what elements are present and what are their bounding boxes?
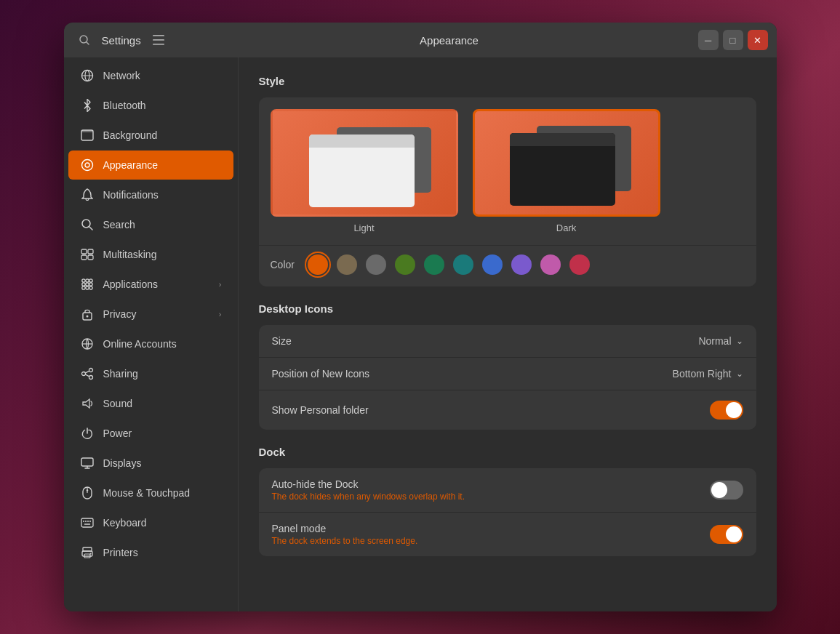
svg-point-20 bbox=[81, 283, 84, 286]
search-button[interactable] bbox=[73, 28, 96, 52]
desktop-icons-card: Size Normal ⌄ Position of New Icons Bott… bbox=[259, 325, 756, 430]
sidebar-label-power: Power bbox=[103, 428, 222, 439]
sidebar-item-displays[interactable]: Displays bbox=[68, 449, 233, 478]
size-value[interactable]: Normal ⌄ bbox=[698, 335, 743, 347]
svg-rect-2 bbox=[153, 35, 164, 36]
sidebar-item-power[interactable]: Power bbox=[68, 419, 233, 448]
sidebar-item-mouse-touchpad[interactable]: Mouse & Touchpad bbox=[68, 478, 233, 507]
color-dot-red[interactable] bbox=[569, 254, 590, 275]
printers-icon bbox=[80, 545, 95, 560]
panel-mode-toggle-knob bbox=[726, 526, 742, 542]
autohide-toggle-knob bbox=[711, 482, 727, 498]
position-value[interactable]: Bottom Right ⌄ bbox=[673, 368, 743, 380]
power-icon bbox=[80, 426, 95, 441]
titlebar: Settings Appearance ─ □ ✕ bbox=[64, 23, 777, 57]
content-area: NetworkBluetoothBackgroundAppearanceNoti… bbox=[64, 57, 777, 611]
personal-folder-toggle[interactable] bbox=[710, 401, 743, 420]
sidebar-item-online-accounts[interactable]: Online Accounts bbox=[68, 329, 233, 358]
sidebar-item-search[interactable]: Search bbox=[68, 210, 233, 239]
style-option-dark[interactable]: Dark bbox=[473, 109, 660, 233]
online-accounts-icon bbox=[80, 337, 95, 351]
sidebar-item-appearance[interactable]: Appearance bbox=[68, 151, 233, 180]
maximize-button[interactable]: □ bbox=[723, 30, 743, 50]
sidebar-label-sound: Sound bbox=[103, 398, 222, 409]
color-dot-teal-dark[interactable] bbox=[424, 254, 444, 275]
sharing-icon bbox=[80, 366, 95, 381]
color-dot-gray[interactable] bbox=[366, 254, 386, 275]
titlebar-left: Settings bbox=[73, 28, 218, 52]
svg-point-18 bbox=[85, 279, 88, 282]
settings-window: Settings Appearance ─ □ ✕ NetworkBluetoo… bbox=[64, 23, 777, 611]
minimize-button[interactable]: ─ bbox=[698, 30, 719, 50]
dock-card: Auto-hide the Dock The dock hides when a… bbox=[259, 468, 756, 556]
sidebar: NetworkBluetoothBackgroundAppearanceNoti… bbox=[64, 57, 239, 611]
svg-point-29 bbox=[81, 372, 85, 376]
sidebar-item-keyboard[interactable]: Keyboard bbox=[68, 508, 233, 537]
search-icon bbox=[80, 217, 95, 232]
style-option-light[interactable]: Light bbox=[271, 109, 458, 233]
appearance-icon bbox=[80, 158, 95, 172]
svg-rect-38 bbox=[81, 518, 93, 527]
sidebar-label-background: Background bbox=[103, 129, 222, 141]
sidebar-label-online-accounts: Online Accounts bbox=[103, 338, 222, 350]
sidebar-item-applications[interactable]: Applications› bbox=[68, 270, 233, 299]
svg-point-27 bbox=[86, 316, 88, 318]
sidebar-item-network[interactable]: Network bbox=[68, 61, 233, 90]
sidebar-item-notifications[interactable]: Notifications bbox=[68, 180, 233, 209]
svg-point-47 bbox=[89, 553, 91, 555]
sidebar-label-notifications: Notifications bbox=[103, 189, 222, 201]
sidebar-label-bluetooth: Bluetooth bbox=[103, 100, 222, 111]
privacy-chevron-icon: › bbox=[219, 310, 222, 318]
sidebar-item-bluetooth[interactable]: Bluetooth bbox=[68, 91, 233, 120]
bluetooth-icon bbox=[80, 98, 95, 113]
keyboard-icon bbox=[80, 515, 95, 530]
svg-rect-3 bbox=[153, 39, 164, 41]
size-chevron-icon: ⌄ bbox=[736, 336, 743, 346]
autohide-sublabel: The dock hides when any windows overlap … bbox=[272, 491, 465, 502]
style-section-title: Style bbox=[259, 75, 756, 87]
color-dot-purple[interactable] bbox=[511, 254, 532, 275]
personal-folder-toggle-knob bbox=[726, 402, 742, 418]
mouse-touchpad-icon bbox=[80, 486, 95, 500]
autohide-row: Auto-hide the Dock The dock hides when a… bbox=[259, 468, 756, 513]
sidebar-label-search: Search bbox=[103, 219, 222, 230]
svg-rect-8 bbox=[81, 130, 93, 132]
color-label: Color bbox=[271, 259, 295, 270]
style-preview-dark bbox=[473, 109, 660, 217]
desktop-icons-title: Desktop Icons bbox=[259, 302, 756, 315]
sidebar-item-background[interactable]: Background bbox=[68, 121, 233, 150]
svg-point-28 bbox=[89, 369, 92, 372]
main-content: Style Light bbox=[239, 57, 777, 611]
color-dot-pink[interactable] bbox=[540, 254, 561, 275]
color-dot-green[interactable] bbox=[395, 254, 415, 275]
sidebar-item-privacy[interactable]: Privacy› bbox=[68, 300, 233, 329]
svg-point-19 bbox=[89, 279, 92, 282]
network-icon bbox=[80, 68, 95, 83]
color-dot-blue[interactable] bbox=[482, 254, 503, 275]
background-icon bbox=[80, 128, 95, 143]
sidebar-item-printers[interactable]: Printers bbox=[68, 538, 233, 567]
color-dot-tan[interactable] bbox=[337, 254, 357, 275]
position-chevron-icon: ⌄ bbox=[736, 369, 743, 379]
svg-point-30 bbox=[89, 376, 92, 380]
settings-title: Settings bbox=[102, 34, 141, 47]
multitasking-icon bbox=[80, 247, 95, 262]
sidebar-item-sharing[interactable]: Sharing bbox=[68, 359, 233, 388]
sidebar-item-multitasking[interactable]: Multitasking bbox=[68, 240, 233, 269]
svg-point-37 bbox=[86, 489, 87, 491]
close-button[interactable]: ✕ bbox=[748, 30, 768, 50]
style-label-light: Light bbox=[353, 222, 374, 233]
autohide-toggle[interactable] bbox=[710, 481, 743, 499]
panel-mode-labels: Panel mode The dock extends to the scree… bbox=[272, 523, 418, 546]
color-dot-orange[interactable] bbox=[308, 254, 328, 275]
color-dot-teal[interactable] bbox=[453, 254, 473, 275]
dock-title: Dock bbox=[259, 446, 756, 458]
notifications-icon bbox=[80, 188, 95, 202]
svg-point-10 bbox=[85, 163, 89, 167]
sidebar-item-sound[interactable]: Sound bbox=[68, 389, 233, 418]
menu-button[interactable] bbox=[147, 28, 170, 52]
color-row: Color bbox=[259, 245, 756, 286]
style-preview-light bbox=[271, 109, 458, 217]
panel-mode-toggle[interactable] bbox=[710, 525, 743, 544]
svg-point-23 bbox=[81, 286, 84, 289]
